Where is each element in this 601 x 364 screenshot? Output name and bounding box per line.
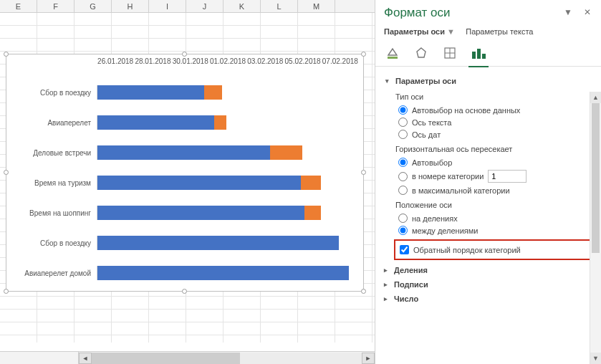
chart-object[interactable]: 26.01.2018 28.01.2018 30.01.2018 01.02.2… — [6, 54, 364, 292]
scroll-thumb[interactable] — [92, 353, 240, 364]
x-tick: 30.01.2018 — [172, 57, 209, 65]
scroll-track[interactable] — [92, 353, 362, 364]
svg-rect-0 — [388, 57, 398, 59]
category-label[interactable]: Деловые встречи — [11, 149, 97, 157]
radio-cross-at-category[interactable]: в номере категории — [398, 168, 592, 184]
resize-handle[interactable] — [4, 170, 9, 175]
bar-row: Авиаперелет — [11, 107, 359, 138]
radio-cross-auto[interactable]: Автовыбор — [398, 156, 592, 168]
resize-handle[interactable] — [361, 170, 366, 175]
pane-options-button[interactable]: ▼ — [564, 7, 572, 17]
category-label[interactable]: Время на туризм — [11, 179, 97, 187]
spreadsheet-area: E F G H I J K L M 26.01.2018 28.01.2018 … — [0, 0, 375, 364]
scroll-left-button[interactable]: ◄ — [79, 353, 92, 364]
svg-rect-5 — [472, 52, 476, 59]
pane-title: Формат оси — [384, 6, 592, 20]
axis-position-label: Положение оси — [395, 201, 592, 209]
category-label[interactable]: Сбор в поездку — [11, 239, 97, 247]
scroll-right-button[interactable]: ► — [362, 353, 375, 364]
bar-row: Авиаперелет домой — [11, 258, 359, 288]
scroll-thumb[interactable] — [592, 103, 600, 253]
svg-marker-1 — [417, 48, 425, 57]
section-labels[interactable]: ▸Подписи — [384, 277, 592, 292]
bar-segment-blue[interactable] — [97, 85, 204, 100]
tab-text-options[interactable]: Параметры текста — [466, 27, 533, 36]
category-label[interactable]: Авиаперелет домой — [11, 269, 97, 277]
bar-row: Сбор в поездку — [11, 228, 359, 258]
chart-x-axis[interactable]: 26.01.2018 28.01.2018 30.01.2018 01.02.2… — [11, 57, 359, 72]
col-header[interactable]: F — [37, 0, 74, 12]
scroll-track[interactable] — [590, 103, 601, 353]
close-icon[interactable]: ✕ — [584, 7, 591, 17]
resize-handle[interactable] — [361, 52, 366, 57]
horizontal-scrollbar: ◄ ► — [0, 351, 375, 364]
radio-pos-between[interactable]: между делениями — [398, 224, 592, 236]
size-properties-icon[interactable] — [441, 44, 458, 62]
x-tick: 28.01.2018 — [134, 57, 171, 65]
radio-axis-text[interactable]: Ось текста — [398, 116, 592, 128]
section-number[interactable]: ▸Число — [384, 292, 592, 306]
chevron-down-icon: ▾ — [385, 77, 391, 85]
svg-rect-7 — [482, 54, 486, 59]
axis-options-icon[interactable] — [470, 44, 487, 62]
scroll-up-button[interactable]: ▲ — [590, 92, 601, 103]
bar-track — [97, 206, 359, 220]
col-header[interactable]: L — [261, 0, 298, 12]
section-axis-options[interactable]: ▾ Параметры оси — [385, 74, 592, 88]
category-label[interactable]: Сбор в поездку — [11, 89, 97, 97]
section-ticks[interactable]: ▸Деления — [384, 263, 592, 277]
bar-segment-blue[interactable] — [97, 115, 214, 130]
chevron-right-icon: ▸ — [384, 267, 390, 274]
bar-row: Время на шоппинг — [11, 198, 359, 228]
bar-track — [97, 266, 359, 280]
bar-segment-blue[interactable] — [97, 145, 270, 160]
radio-axis-date[interactable]: Ось дат — [398, 128, 592, 140]
bar-track — [97, 115, 359, 130]
bar-row: Сбор в поездку — [11, 77, 359, 107]
cross-category-input[interactable] — [488, 170, 527, 183]
bar-segment-orange[interactable] — [301, 176, 321, 190]
category-label[interactable]: Время на шоппинг — [11, 209, 97, 217]
bar-segment-orange[interactable] — [214, 115, 226, 130]
scroll-down-button[interactable]: ▼ — [590, 353, 601, 364]
col-header[interactable]: J — [186, 0, 223, 12]
svg-rect-6 — [477, 49, 481, 59]
bar-segment-orange[interactable] — [204, 85, 222, 100]
radio-axis-auto[interactable]: Автовыбор на основе данных — [398, 104, 592, 116]
effects-icon[interactable] — [413, 44, 430, 62]
bar-track — [97, 176, 359, 190]
chart-bars: Сбор в поездкуАвиаперелетДеловые встречи… — [11, 77, 359, 288]
bar-track — [97, 145, 359, 160]
bar-segment-blue[interactable] — [97, 176, 301, 190]
chart-plot-area[interactable]: 26.01.2018 28.01.2018 30.01.2018 01.02.2… — [11, 57, 359, 288]
x-tick: 07.02.2018 — [322, 57, 359, 65]
sheet-tab-area[interactable] — [0, 352, 79, 364]
resize-handle[interactable] — [182, 52, 187, 57]
x-tick: 01.02.2018 — [209, 57, 246, 65]
resize-handle[interactable] — [4, 52, 9, 57]
col-header[interactable]: I — [149, 0, 186, 12]
col-header[interactable]: K — [223, 0, 261, 12]
category-label[interactable]: Авиаперелет — [11, 119, 97, 127]
bar-track — [97, 236, 359, 250]
bar-segment-blue[interactable] — [97, 266, 349, 280]
pane-tabs: Параметры оси ▼ Параметры текста — [384, 27, 592, 36]
bar-segment-blue[interactable] — [97, 236, 339, 250]
col-header[interactable]: M — [298, 0, 335, 12]
resize-handle[interactable] — [4, 289, 9, 294]
x-tick: 03.02.2018 — [246, 57, 284, 65]
col-header[interactable]: E — [0, 0, 37, 12]
radio-cross-max-category[interactable]: в максимальной категории — [398, 184, 592, 196]
bar-segment-orange[interactable] — [270, 145, 302, 160]
col-header[interactable]: G — [74, 0, 112, 12]
col-header[interactable]: H — [112, 0, 149, 12]
checkbox-reverse-order[interactable]: Обратный порядок категорий — [400, 244, 590, 256]
tab-axis-options[interactable]: Параметры оси ▼ — [384, 27, 455, 36]
resize-handle[interactable] — [361, 289, 366, 294]
bar-segment-blue[interactable] — [97, 206, 304, 220]
fill-line-icon[interactable] — [384, 44, 401, 62]
pane-tool-row — [384, 44, 592, 62]
resize-handle[interactable] — [182, 289, 187, 294]
radio-pos-on-tick[interactable]: на делениях — [398, 212, 592, 224]
bar-segment-orange[interactable] — [304, 206, 320, 220]
